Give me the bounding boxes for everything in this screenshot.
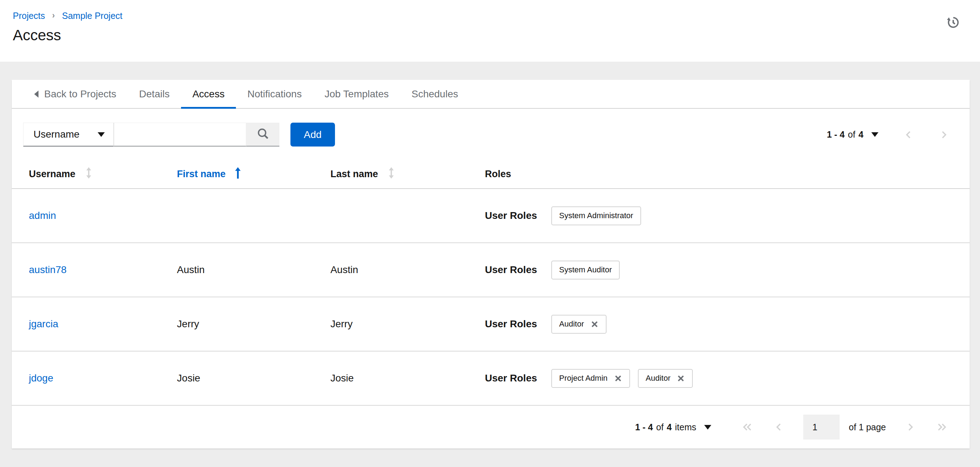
column-header-first-name[interactable]: First name	[177, 167, 241, 181]
page-count-label: of 1 page	[849, 422, 886, 432]
user-roles-label: User Roles	[485, 318, 537, 330]
last-page-button[interactable]	[935, 422, 948, 432]
prev-page-button[interactable]	[904, 130, 913, 139]
role-chip-label: System Auditor	[559, 265, 612, 274]
role-chip: System Auditor	[551, 261, 620, 279]
username-link[interactable]: jdoge	[29, 373, 54, 384]
angle-right-icon	[905, 422, 915, 432]
role-chip-label: Project Admin	[559, 374, 608, 383]
last-name-cell: Josie	[313, 351, 468, 405]
remove-role-icon	[591, 321, 598, 328]
search-input[interactable]	[114, 123, 246, 147]
items-label: items	[675, 422, 696, 432]
items-range: 1 - 4	[635, 422, 653, 432]
column-header-username-label: Username	[29, 169, 76, 180]
table-row: austin78 Austin Austin User Roles System…	[12, 243, 970, 297]
username-link[interactable]: admin	[29, 210, 56, 221]
angle-double-left-icon	[741, 422, 754, 432]
role-chips: Project Admin Auditor	[551, 369, 693, 388]
column-header-roles-label: Roles	[485, 169, 511, 180]
table-header-row: Username First name	[12, 160, 970, 188]
user-roles-label: User Roles	[485, 264, 537, 276]
tab-details[interactable]: Details	[127, 80, 181, 108]
pagination-menu-caret-icon[interactable]	[871, 132, 878, 137]
roles-cell: User Roles System Auditor	[485, 261, 970, 279]
next-page-button[interactable]	[939, 130, 948, 139]
search-icon	[256, 127, 269, 141]
tab-notifications[interactable]: Notifications	[236, 80, 313, 108]
tab-schedules[interactable]: Schedules	[400, 80, 470, 108]
tab-job-templates-label: Job Templates	[325, 88, 389, 100]
role-chip-label: System Administrator	[559, 211, 633, 220]
filter-key-dropdown[interactable]: Username	[23, 123, 114, 147]
tab-back-to-projects[interactable]: Back to Projects	[23, 80, 127, 108]
roles-cell: User Roles System Administrator	[485, 206, 970, 225]
breadcrumb-link-projects[interactable]: Projects	[13, 11, 45, 21]
breadcrumb-separator-icon: ›	[52, 11, 55, 20]
tab-details-label: Details	[139, 88, 170, 100]
role-chips: Auditor	[551, 315, 606, 334]
top-pagination: 1 - 4 of 4	[827, 129, 948, 140]
top-pagination-range: 1 - 4	[827, 129, 845, 140]
tab-schedules-label: Schedules	[412, 88, 458, 100]
table-row: admin User Roles System Administrator	[12, 188, 970, 243]
angle-left-icon	[904, 130, 913, 139]
user-roles-label: User Roles	[485, 210, 537, 222]
first-name-cell: Austin	[160, 243, 313, 297]
username-link[interactable]: jgarcia	[29, 318, 58, 329]
top-pagination-of: of	[848, 129, 855, 140]
remove-role-button[interactable]	[614, 374, 622, 383]
role-chip-label: Auditor	[559, 319, 584, 329]
last-name-cell: Austin	[313, 243, 468, 297]
role-chips: System Auditor	[551, 261, 620, 279]
last-name-cell	[313, 188, 468, 243]
sort-icon	[85, 167, 93, 181]
role-chips: System Administrator	[551, 206, 641, 225]
history-button[interactable]	[947, 16, 960, 29]
bottom-pagination: 1 - 4 of 4 items of 1 page	[12, 406, 970, 448]
tab-access[interactable]: Access	[181, 80, 236, 108]
role-chip: Auditor	[638, 369, 693, 388]
column-header-username[interactable]: Username	[29, 167, 93, 181]
breadcrumb-link-sample-project[interactable]: Sample Project	[62, 11, 123, 21]
role-chip: Auditor	[551, 315, 606, 334]
angle-right-icon	[939, 130, 948, 139]
roles-cell: User Roles Project Admin Auditor	[485, 369, 970, 388]
first-name-cell: Jerry	[160, 297, 313, 351]
column-header-last-name[interactable]: Last name	[330, 167, 395, 181]
items-total: 4	[667, 422, 672, 432]
column-header-first-name-label: First name	[177, 169, 226, 180]
tab-job-templates[interactable]: Job Templates	[313, 80, 400, 108]
roles-cell: User Roles Auditor	[485, 315, 970, 334]
access-table: Username First name	[12, 160, 970, 406]
toolbar: Username Add 1 - 4 of 4	[12, 109, 970, 147]
column-header-roles: Roles	[485, 169, 511, 180]
angle-left-icon	[775, 422, 784, 432]
role-chip: System Administrator	[551, 206, 641, 225]
history-icon	[947, 25, 960, 30]
current-page-input[interactable]	[803, 414, 840, 440]
add-button[interactable]: Add	[290, 123, 335, 147]
tab-access-label: Access	[192, 88, 224, 100]
sort-ascending-icon	[235, 167, 241, 181]
prev-page-button[interactable]	[775, 422, 784, 432]
role-chip: Project Admin	[551, 369, 630, 388]
tab-notifications-label: Notifications	[247, 88, 302, 100]
first-page-button[interactable]	[741, 422, 754, 432]
remove-role-button[interactable]	[590, 320, 599, 328]
last-name-cell: Jerry	[313, 297, 468, 351]
role-chip-label: Auditor	[646, 374, 671, 383]
remove-role-button[interactable]	[677, 374, 685, 383]
filter-key-selected-value: Username	[33, 129, 80, 140]
items-of: of	[656, 422, 663, 432]
sort-icon	[387, 167, 395, 181]
chevron-down-icon	[98, 132, 105, 137]
breadcrumb: Projects › Sample Project	[13, 11, 959, 21]
pagination-menu-caret-icon[interactable]	[704, 425, 711, 430]
remove-role-icon	[678, 375, 684, 382]
username-link[interactable]: austin78	[29, 264, 67, 275]
tab-bar: Back to Projects Details Access Notifica…	[12, 80, 970, 109]
next-page-button[interactable]	[905, 422, 915, 432]
search-button[interactable]	[246, 123, 279, 147]
column-header-last-name-label: Last name	[330, 169, 378, 180]
